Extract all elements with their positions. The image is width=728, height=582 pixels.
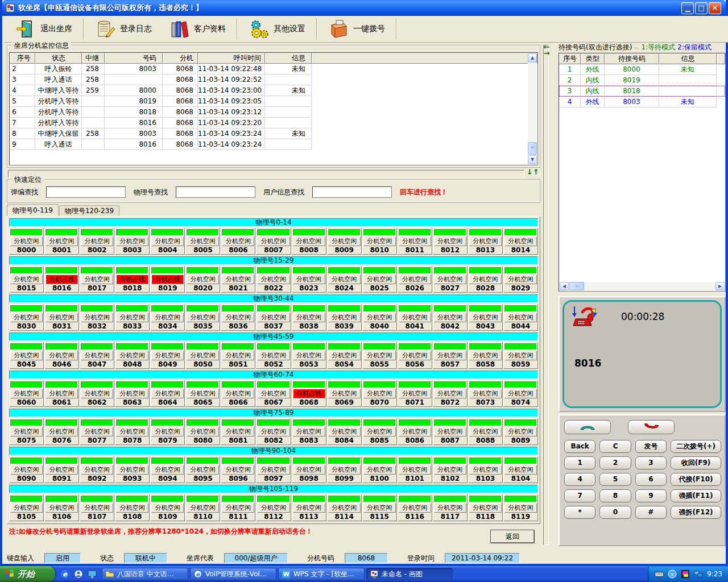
extension-cell[interactable]: 分机空闲8069 xyxy=(327,380,362,407)
extension-cell[interactable]: 分机空闲8113 xyxy=(292,494,326,521)
other-settings-button[interactable]: 其他设置 xyxy=(240,17,314,41)
extension-cell[interactable]: 分机空闲8114 xyxy=(327,494,362,521)
physical-no-search-input[interactable] xyxy=(176,186,255,198)
extension-cell[interactable]: 分机空闲8017 xyxy=(80,266,114,293)
taskbar-task-voice-folder[interactable]: 八国语音 中文语... xyxy=(102,568,188,580)
scrollbar-thumb[interactable]: ≡ xyxy=(569,282,584,290)
extension-cell[interactable]: 分机空闲8039 xyxy=(327,304,362,331)
extension-cell[interactable]: 分机空闲8079 xyxy=(150,418,185,445)
keypad-button[interactable]: 代接(F10) xyxy=(671,473,721,486)
extension-cell[interactable]: 分机空闲8001 xyxy=(44,228,79,255)
extension-cell[interactable]: 分机空闲8087 xyxy=(433,418,468,445)
extension-cell[interactable]: 分机空闲8066 xyxy=(221,380,255,407)
keypad-button[interactable]: C xyxy=(599,440,631,453)
extension-cell[interactable]: 分机空闲8086 xyxy=(398,418,432,445)
keypad-button[interactable]: 3 xyxy=(635,456,667,469)
extension-cell[interactable]: 分机空闲8085 xyxy=(362,418,397,445)
monitor-table-row[interactable]: 5分机呼入等待8019806811-03-14 09:23:05 xyxy=(10,96,537,107)
extension-cell[interactable]: 分机空闲8104 xyxy=(503,456,538,483)
extension-cell[interactable]: 分机空闲8093 xyxy=(115,456,150,483)
extension-cell[interactable]: 分机空闲8036 xyxy=(221,304,255,331)
keypad-button[interactable]: 发号 xyxy=(635,440,667,453)
monitor-column-header[interactable]: 状态 xyxy=(35,53,82,64)
extension-cell[interactable]: 分机空闲8030 xyxy=(9,304,44,331)
extension-cell[interactable]: 分机空闲8084 xyxy=(327,418,362,445)
extension-cell[interactable]: 分机空闲8048 xyxy=(115,342,150,369)
extension-cell[interactable]: 分机占线8016 xyxy=(44,266,79,293)
extension-cell[interactable]: 分机空闲8034 xyxy=(150,304,185,331)
extension-cell[interactable]: 分机空闲8071 xyxy=(398,380,432,407)
extension-cell[interactable]: 分机空闲8091 xyxy=(44,456,79,483)
extension-cell[interactable]: 分机空闲8072 xyxy=(433,380,468,407)
pending-column-header[interactable]: 序号 xyxy=(559,53,581,64)
maximize-button[interactable]: □ xyxy=(695,2,708,14)
extension-cell[interactable]: 分机空闲8051 xyxy=(221,342,255,369)
keyboard-tray-icon[interactable] xyxy=(655,569,664,579)
extension-cell[interactable]: 分机空闲8060 xyxy=(9,380,44,407)
extension-cell[interactable]: 分机空闲8115 xyxy=(362,494,397,521)
extension-cell[interactable]: 分机空闲8027 xyxy=(433,266,468,293)
extension-cell[interactable]: 分机空闲8013 xyxy=(468,228,503,255)
extension-cell[interactable]: 分机空闲8089 xyxy=(503,418,538,445)
extension-cell[interactable]: 分机空闲8024 xyxy=(327,266,362,293)
extension-cell[interactable]: 分机空闲8056 xyxy=(398,342,432,369)
scroll-down-arrow-icon[interactable]: ▼ xyxy=(528,155,537,164)
extension-cell[interactable]: 分机空闲8111 xyxy=(221,494,255,521)
extension-cell[interactable]: 分机空闲8095 xyxy=(185,456,220,483)
pending-column-header[interactable]: 信息 xyxy=(659,53,717,64)
pending-row[interactable]: 1外线8000未知 xyxy=(559,64,725,75)
tab-physical-0-119[interactable]: 物理号0-119 xyxy=(7,204,59,216)
start-button[interactable]: 开始 xyxy=(0,566,55,582)
keypad-button[interactable]: 0 xyxy=(599,506,631,519)
extension-cell[interactable]: 分机空闲8031 xyxy=(44,304,79,331)
customer-info-button[interactable]: 客户资料 xyxy=(160,17,234,41)
quick-launch-desktop-icon[interactable] xyxy=(87,569,97,579)
popup-search-input[interactable] xyxy=(46,186,126,198)
extension-cell[interactable]: 分机空闲8021 xyxy=(221,266,255,293)
exit-seat-button[interactable]: 退出坐席 xyxy=(7,17,81,41)
keypad-button[interactable]: 6 xyxy=(635,473,667,486)
monitor-column-header[interactable]: 号码 xyxy=(105,53,163,64)
extension-cell[interactable]: 分机空闲8037 xyxy=(256,304,291,331)
monitor-table-row[interactable]: 7分机呼入等待8016806811-03-14 09:23:20 xyxy=(10,118,537,128)
keypad-button[interactable]: 收回(F9) xyxy=(671,456,721,469)
extension-cell[interactable]: 分机空闲8076 xyxy=(44,418,79,445)
pending-row[interactable]: 4外线8003未知 xyxy=(559,97,725,107)
extension-cell[interactable]: 分机占线8068 xyxy=(292,380,326,407)
extension-cell[interactable]: 分机空闲8080 xyxy=(185,418,220,445)
extension-cell[interactable]: 分机空闲8053 xyxy=(292,342,326,369)
extension-cell[interactable]: 分机空闲8035 xyxy=(185,304,220,331)
extension-cell[interactable]: 分机空闲8081 xyxy=(221,418,255,445)
extension-cell[interactable]: 分机空闲8033 xyxy=(115,304,150,331)
extension-cell[interactable]: 分机空闲8055 xyxy=(362,342,397,369)
monitor-column-header[interactable]: 中继 xyxy=(82,53,105,64)
pending-horizontal-scrollbar[interactable]: ◀ ≡ ▶ xyxy=(560,282,725,290)
extension-cell[interactable]: 分机空闲8119 xyxy=(503,494,538,521)
monitor-column-header[interactable]: 序号 xyxy=(10,53,35,64)
extension-cell[interactable]: 分机空闲8046 xyxy=(44,342,79,369)
extension-cell[interactable]: 分机空闲8092 xyxy=(80,456,114,483)
taskbar-task-paint[interactable]: 未命名 - 画图 xyxy=(366,568,453,580)
extension-cell[interactable]: 分机空闲8075 xyxy=(9,418,44,445)
extension-cell[interactable]: 分机空闲8011 xyxy=(398,228,432,255)
keypad-button[interactable]: # xyxy=(635,506,667,519)
extension-cell[interactable]: 分机空闲8058 xyxy=(468,342,503,369)
extension-cell[interactable]: 分机空闲8003 xyxy=(115,228,150,255)
keypad-button[interactable]: 4 xyxy=(564,473,595,486)
extension-cell[interactable]: 分机空闲8077 xyxy=(80,418,114,445)
extension-cell[interactable]: 分机空闲8073 xyxy=(468,380,503,407)
extension-cell[interactable]: 分机空闲8070 xyxy=(362,380,397,407)
pending-row[interactable]: 3内线8018 xyxy=(559,86,725,97)
extension-cell[interactable]: 分机空闲8044 xyxy=(503,304,538,331)
extension-cell[interactable]: 分机空闲8010 xyxy=(362,228,397,255)
extension-cell[interactable]: 分机空闲8065 xyxy=(185,380,220,407)
extension-cell[interactable]: 分机空闲8015 xyxy=(9,266,44,293)
keypad-button[interactable]: * xyxy=(564,506,595,519)
keypad-button[interactable]: 8 xyxy=(599,489,631,502)
tab-physical-120-239[interactable]: 物理号120-239 xyxy=(59,205,119,216)
extension-cell[interactable]: 分机空闲8110 xyxy=(185,494,220,521)
extension-cell[interactable]: 分机空闲8062 xyxy=(80,380,114,407)
extension-cell[interactable]: 分机空闲8032 xyxy=(80,304,114,331)
quick-launch-messenger-icon[interactable] xyxy=(73,569,84,579)
extension-cell[interactable]: 分机空闲8088 xyxy=(468,418,503,445)
